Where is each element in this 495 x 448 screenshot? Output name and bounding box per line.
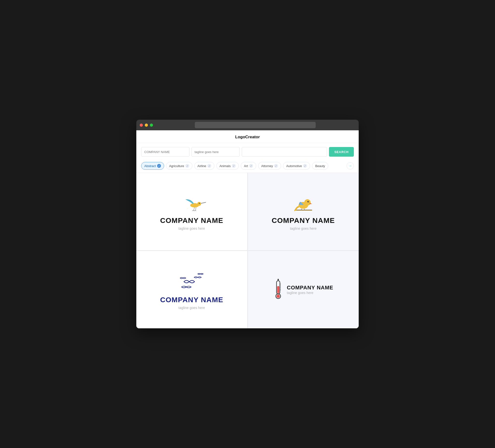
logo-image-area-2: COMPANY NAME tagline goes here: [272, 193, 335, 230]
tagline-2: tagline goes here: [290, 226, 317, 230]
hummingbird-icon: [177, 193, 206, 214]
svg-line-5: [192, 210, 193, 211]
check-icon-attorney: ✓: [274, 164, 278, 168]
tagline-3: tagline goes here: [178, 306, 205, 310]
tagline-input[interactable]: [192, 147, 240, 157]
thermometer-icon: [273, 279, 283, 301]
thermometer-text-group: COMPANY NAME tagline goes here: [287, 285, 333, 295]
logo-card-3[interactable]: COMPANY NAME tagline goes here: [136, 251, 247, 328]
browser-window: LogoCreator SEARCH Abstract ✓ Agricultur…: [136, 120, 359, 328]
filter-chip-airline[interactable]: Airline ✓: [194, 162, 214, 170]
svg-line-3: [193, 207, 194, 210]
svg-point-14: [307, 201, 309, 202]
filter-chip-animals[interactable]: Animals ✓: [216, 162, 239, 170]
logo-card-1[interactable]: COMPANY NAME tagline goes here: [136, 173, 247, 250]
filter-chip-beauty[interactable]: Beauty: [312, 162, 328, 170]
svg-point-10: [199, 203, 200, 203]
filter-label: Automotive: [286, 164, 302, 168]
check-icon-automotive: ✓: [303, 164, 307, 168]
filter-label: Beauty: [315, 164, 325, 168]
svg-point-9: [199, 203, 200, 204]
filter-label: Airline: [197, 164, 206, 168]
close-button[interactable]: [140, 124, 143, 127]
svg-rect-19: [277, 286, 279, 293]
app-title: LogoCreator: [235, 135, 260, 139]
logo-image-area-4: COMPANY NAME tagline goes here: [273, 279, 333, 301]
svg-point-1: [197, 202, 201, 206]
app-header: LogoCreator: [136, 130, 359, 143]
company-name-4: COMPANY NAME: [287, 285, 333, 291]
logo-card-4[interactable]: COMPANY NAME tagline goes here: [248, 251, 359, 328]
browser-titlebar: [136, 120, 359, 130]
perched-bird-icon: [291, 193, 316, 214]
company-name-3: COMPANY NAME: [160, 296, 223, 304]
logo-grid: COMPANY NAME tagline goes here: [136, 173, 359, 328]
filter-chip-automotive[interactable]: Automotive ✓: [283, 162, 310, 170]
company-name-2: COMPANY NAME: [272, 216, 335, 224]
logo-image-area-1: COMPANY NAME tagline goes here: [160, 193, 223, 230]
svg-point-21: [276, 294, 280, 298]
filter-label: Abstract: [144, 164, 156, 168]
flying-birds-icon: [177, 270, 206, 294]
svg-point-15: [308, 201, 309, 202]
logo-card-2[interactable]: COMPANY NAME tagline goes here: [248, 173, 359, 250]
svg-line-2: [201, 202, 206, 203]
filter-chip-abstract[interactable]: Abstract ✓: [141, 162, 164, 170]
extra-input[interactable]: [242, 147, 327, 157]
svg-line-8: [195, 210, 196, 211]
address-bar: [195, 122, 316, 128]
logo-image-area-3: COMPANY NAME tagline goes here: [160, 270, 223, 310]
svg-line-4: [195, 207, 196, 210]
filter-next-arrow[interactable]: →: [347, 162, 354, 169]
filter-label: Agriculture: [169, 164, 184, 168]
svg-point-13: [304, 199, 311, 206]
tagline-1: tagline goes here: [178, 226, 205, 230]
minimize-button[interactable]: [145, 124, 148, 127]
filter-label: Art: [244, 164, 248, 168]
svg-line-6: [193, 210, 194, 211]
filter-label: Attorney: [261, 164, 273, 168]
app-content: LogoCreator SEARCH Abstract ✓ Agricultur…: [136, 130, 359, 328]
company-name-1: COMPANY NAME: [160, 216, 223, 224]
tagline-4: tagline goes here: [287, 291, 333, 295]
filter-chip-art[interactable]: Art ✓: [241, 162, 256, 170]
search-button[interactable]: SEARCH: [329, 147, 354, 157]
maximize-button[interactable]: [150, 124, 153, 127]
check-icon-abstract: ✓: [157, 164, 161, 168]
search-bar: SEARCH: [136, 143, 359, 161]
svg-line-7: [194, 210, 195, 211]
filter-chip-agriculture[interactable]: Agriculture ✓: [166, 162, 192, 170]
check-icon-art: ✓: [249, 164, 253, 168]
filter-label: Animals: [220, 164, 231, 168]
check-icon-agriculture: ✓: [185, 164, 189, 168]
filter-bar: Abstract ✓ Agriculture ✓ Airline ✓ Anima…: [136, 161, 359, 173]
check-icon-animals: ✓: [232, 164, 236, 168]
thermometer-logo-group: COMPANY NAME tagline goes here: [273, 279, 333, 301]
company-name-input[interactable]: [141, 147, 190, 157]
filter-chip-attorney[interactable]: Attorney ✓: [258, 162, 281, 170]
check-icon-airline: ✓: [207, 164, 211, 168]
